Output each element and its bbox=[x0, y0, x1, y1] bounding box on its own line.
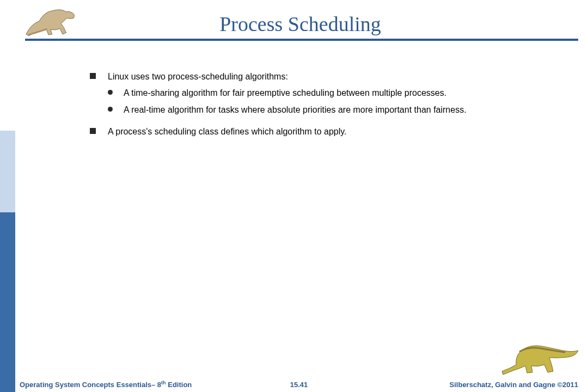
dot-bullet-icon bbox=[108, 107, 113, 112]
slide: Process Scheduling Linux uses two proces… bbox=[0, 0, 588, 392]
bullet-level1: A process's scheduling class defines whi… bbox=[90, 126, 555, 138]
footer-left-pre: Operating System Concepts Essentials– 8 bbox=[20, 381, 161, 389]
bullet-text: A real-time algorithm for tasks where ab… bbox=[124, 104, 555, 116]
square-bullet-icon bbox=[90, 128, 96, 134]
dot-bullet-icon bbox=[108, 90, 113, 95]
footer-left: Operating System Concepts Essentials– 8t… bbox=[20, 380, 272, 389]
bullet-text: Linux uses two process-scheduling algori… bbox=[108, 71, 555, 83]
bullet-level2: A real-time algorithm for tasks where ab… bbox=[108, 104, 555, 116]
slide-body: Linux uses two process-scheduling algori… bbox=[90, 71, 555, 142]
bullet-text: A process's scheduling class defines whi… bbox=[108, 126, 555, 138]
slide-title: Process Scheduling bbox=[86, 12, 577, 37]
slide-footer: Operating System Concepts Essentials– 8t… bbox=[0, 371, 588, 392]
bullet-text: A time-sharing algorithm for fair preemp… bbox=[124, 87, 555, 99]
sub-bullet-group: A time-sharing algorithm for fair preemp… bbox=[108, 87, 555, 116]
bullet-level2: A time-sharing algorithm for fair preemp… bbox=[108, 87, 555, 99]
title-underline bbox=[25, 39, 578, 41]
slide-header: Process Scheduling bbox=[15, 0, 588, 41]
footer-left-sup: th bbox=[161, 380, 166, 385]
square-bullet-icon bbox=[90, 73, 96, 79]
left-accent-mid bbox=[0, 131, 15, 212]
dinosaur-top-icon bbox=[23, 5, 86, 37]
footer-right: Silberschatz, Galvin and Gagne ©2011 bbox=[326, 381, 578, 389]
left-accent-top bbox=[0, 0, 15, 131]
footer-left-post: Edition bbox=[166, 381, 192, 389]
bullet-level1: Linux uses two process-scheduling algori… bbox=[90, 71, 555, 83]
title-row: Process Scheduling bbox=[15, 5, 588, 37]
left-accent-bottom bbox=[0, 212, 15, 392]
footer-center: 15.41 bbox=[272, 381, 326, 389]
